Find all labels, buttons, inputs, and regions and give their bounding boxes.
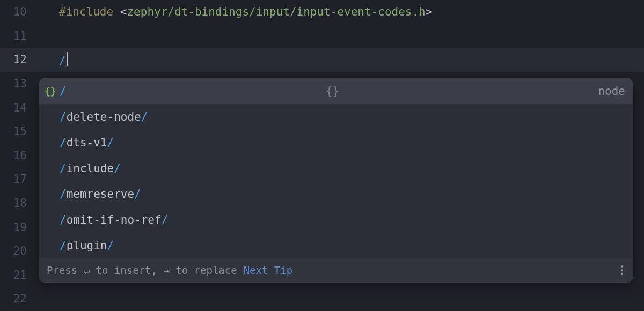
enter-key-icon: ↵: [84, 264, 90, 276]
code-line[interactable]: 10#include <zephyr/dt-bindings/input/inp…: [0, 0, 644, 24]
line-number: 12: [0, 53, 39, 66]
text-cursor: [67, 52, 68, 66]
autocomplete-item[interactable]: /delete-node/: [39, 104, 633, 130]
footer-text: Press ↵ to insert, ⇥ to replace: [47, 264, 237, 276]
autocomplete-item[interactable]: /plugin/: [39, 233, 633, 258]
line-number: 18: [0, 197, 39, 210]
line-number: 10: [0, 5, 39, 18]
line-number: 21: [0, 269, 39, 282]
line-number: 15: [0, 125, 39, 138]
line-number: 11: [0, 29, 39, 42]
autocomplete-label: /: [60, 85, 318, 98]
line-number: 22: [0, 292, 39, 305]
next-tip-link[interactable]: Next Tip: [244, 264, 293, 276]
code-line[interactable]: 12/: [0, 48, 644, 72]
autocomplete-label: /dts-v1/: [60, 136, 625, 149]
autocomplete-type-hint: node: [598, 85, 625, 98]
line-number: 14: [0, 101, 39, 114]
autocomplete-label: /memreserve/: [60, 188, 625, 201]
autocomplete-item[interactable]: /include/: [39, 156, 633, 181]
autocomplete-label: /plugin/: [60, 239, 625, 252]
code-line[interactable]: 22: [0, 287, 644, 311]
line-number: 19: [0, 221, 39, 234]
line-number: 16: [0, 149, 39, 162]
autocomplete-label: /omit-if-no-ref/: [60, 213, 625, 226]
code-content[interactable]: #include <zephyr/dt-bindings/input/input…: [39, 5, 644, 18]
autocomplete-label: /delete-node/: [60, 110, 625, 123]
braces-icon: {}: [45, 86, 60, 97]
line-number: 17: [0, 173, 39, 186]
more-options-icon[interactable]: [619, 263, 625, 277]
autocomplete-secondary: {}: [326, 85, 339, 98]
autocomplete-item[interactable]: {}/{}node: [39, 78, 633, 104]
line-number: 20: [0, 245, 39, 257]
tab-key-icon: ⇥: [163, 264, 169, 276]
line-number: 13: [0, 77, 39, 90]
autocomplete-item[interactable]: /dts-v1/: [39, 130, 633, 156]
code-line[interactable]: 11: [0, 24, 644, 48]
code-content[interactable]: /: [39, 52, 644, 67]
autocomplete-popup[interactable]: {}/{}node/delete-node//dts-v1//include//…: [39, 78, 633, 283]
code-editor[interactable]: 10#include <zephyr/dt-bindings/input/inp…: [0, 0, 644, 311]
autocomplete-footer: Press ↵ to insert, ⇥ to replaceNext Tip: [39, 258, 633, 282]
autocomplete-item[interactable]: /memreserve/: [39, 181, 633, 207]
autocomplete-label: /include/: [60, 162, 625, 175]
autocomplete-item[interactable]: /omit-if-no-ref/: [39, 207, 633, 233]
